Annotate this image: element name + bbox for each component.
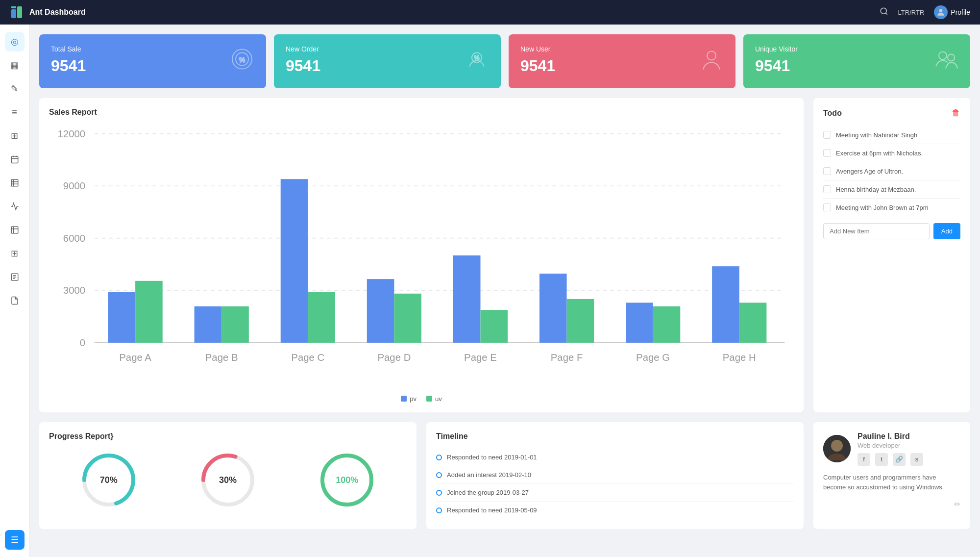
social-facebook-icon[interactable]: f	[858, 453, 870, 466]
profile-name: Pauline I. Bird	[858, 432, 923, 441]
sidebar-item-edit[interactable]: ✎	[5, 79, 24, 99]
todo-item-4: Henna birthday at Mezbaan.	[823, 180, 960, 199]
todo-text-5: Meeting with John Brown at 7pm	[836, 204, 929, 211]
svg-point-3	[881, 8, 886, 14]
social-twitter-icon[interactable]: t	[875, 453, 888, 466]
sidebar-item-dashboard[interactable]: ◎	[5, 32, 24, 51]
svg-rect-48	[367, 279, 394, 343]
profile-button[interactable]: Profile	[934, 5, 970, 19]
todo-checkbox-3[interactable]	[823, 167, 831, 175]
sidebar-item-list[interactable]: ☰	[5, 530, 24, 550]
svg-text:Page G: Page G	[636, 352, 670, 363]
topnav: Ant Dashboard LTR/RTR Profile	[0, 0, 980, 25]
stat-cards: Total Sale 9541 % New Order 9541	[39, 34, 970, 88]
timeline-item-2: Added an interest 2019-02-10	[436, 466, 794, 484]
app-title: Ant Dashboard	[29, 8, 86, 17]
svg-rect-39	[108, 292, 136, 343]
stat-card-unique-visitor: Unique Visitor 9541	[743, 34, 970, 88]
sidebar-item-chart[interactable]	[5, 197, 24, 216]
todo-input[interactable]	[823, 223, 930, 239]
progress-circle-70-svg: 70%	[79, 451, 138, 509]
sidebar-item-grid[interactable]: ⊞	[5, 126, 24, 146]
svg-rect-60	[712, 266, 739, 343]
unique-visitor-label: Unique Visitor	[755, 45, 958, 53]
todo-checkbox-2[interactable]	[823, 149, 831, 157]
timeline-text-3: Joined the group 2019-03-27	[447, 489, 529, 496]
svg-rect-46	[308, 292, 335, 343]
todo-list: Meeting with Nabindar Singh Exercise at …	[823, 126, 960, 216]
timeline-item-4: Responded to need 2019-05-09	[436, 502, 794, 519]
total-sale-value: 9541	[51, 57, 254, 75]
svg-text:Page B: Page B	[205, 352, 238, 363]
unique-visitor-icon	[934, 47, 958, 76]
svg-point-70	[831, 440, 843, 452]
todo-checkbox-5[interactable]	[823, 203, 831, 211]
todo-text-3: Avengers Age of Ultron.	[836, 168, 903, 175]
progress-title: Progress Report}	[49, 432, 407, 441]
profile-role: Web developer	[858, 442, 923, 449]
search-icon[interactable]	[880, 7, 888, 18]
timeline-dot-3	[436, 490, 442, 496]
sidebar-item-document[interactable]	[5, 267, 24, 287]
profile-label: Profile	[951, 8, 970, 16]
sidebar-item-file[interactable]	[5, 291, 24, 310]
sidebar-item-grid2[interactable]: ⊞	[5, 244, 24, 263]
progress-circle-100-svg: 100%	[318, 451, 376, 509]
progress-label-70: 70%	[100, 475, 118, 485]
svg-rect-57	[626, 303, 653, 343]
new-order-icon: %	[465, 47, 489, 76]
social-skype-icon[interactable]: s	[910, 453, 923, 466]
legend-pv: pv	[401, 395, 416, 403]
profile-top: Pauline I. Bird Web developer f t 🔗 s	[823, 432, 960, 466]
svg-rect-58	[653, 306, 681, 343]
sidebar-item-layout[interactable]: ▦	[5, 55, 24, 75]
bottom-row: Progress Report} 70%	[39, 422, 970, 529]
sidebar-item-menu[interactable]: ≡	[5, 102, 24, 122]
timeline-item-3: Joined the group 2019-03-27	[436, 484, 794, 502]
stat-card-new-user: New User 9541	[509, 34, 735, 88]
timeline-dot-1	[436, 455, 442, 460]
todo-header: Todo 🗑	[823, 108, 960, 118]
svg-rect-51	[453, 255, 481, 343]
sidebar: ◎ ▦ ✎ ≡ ⊞ ⊞ ☰	[0, 25, 29, 557]
svg-text:Page C: Page C	[291, 352, 324, 363]
new-user-icon	[699, 47, 724, 76]
svg-rect-42	[195, 306, 222, 343]
sidebar-item-calendar[interactable]	[5, 150, 24, 169]
social-link-icon[interactable]: 🔗	[893, 453, 906, 466]
logo-icon	[10, 5, 24, 20]
svg-rect-1	[17, 6, 22, 18]
svg-text:Page E: Page E	[464, 352, 497, 363]
stat-card-new-order: New Order 9541 %	[274, 34, 501, 88]
legend-uv-dot	[426, 396, 432, 402]
layout: ◎ ▦ ✎ ≡ ⊞ ⊞ ☰ Total Sale	[0, 25, 980, 557]
profile-info: Pauline I. Bird Web developer f t 🔗 s	[858, 432, 923, 466]
svg-rect-49	[394, 294, 421, 343]
new-order-value: 9541	[286, 57, 489, 75]
todo-delete-icon[interactable]: 🗑	[952, 108, 960, 118]
svg-text:3000: 3000	[63, 285, 85, 296]
legend-uv-label: uv	[435, 395, 442, 403]
edit-icon[interactable]: ✏	[823, 500, 960, 509]
todo-checkbox-1[interactable]	[823, 131, 831, 139]
total-sale-icon: %	[230, 47, 254, 76]
svg-rect-45	[281, 179, 308, 343]
main-content: Total Sale 9541 % New Order 9541	[29, 25, 980, 557]
svg-text:Page F: Page F	[551, 352, 583, 363]
todo-checkbox-4[interactable]	[823, 185, 831, 193]
svg-rect-54	[539, 274, 567, 343]
svg-rect-14	[11, 227, 18, 233]
timeline-title: Timeline	[436, 432, 794, 441]
svg-text:Page D: Page D	[377, 352, 411, 363]
todo-section: Todo 🗑 Meeting with Nabindar Singh Exerc…	[813, 98, 970, 412]
svg-rect-52	[480, 310, 508, 343]
legend-pv-dot	[401, 396, 407, 402]
sidebar-item-table[interactable]	[5, 173, 24, 193]
new-user-value: 9541	[520, 57, 724, 75]
sidebar-item-report[interactable]	[5, 220, 24, 240]
ltr-button[interactable]: LTR/RTR	[898, 9, 925, 16]
new-user-label: New User	[520, 45, 724, 53]
timeline-text-4: Responded to need 2019-05-09	[447, 506, 537, 514]
todo-add-button[interactable]: Add	[933, 223, 960, 239]
timeline-dot-4	[436, 507, 442, 513]
